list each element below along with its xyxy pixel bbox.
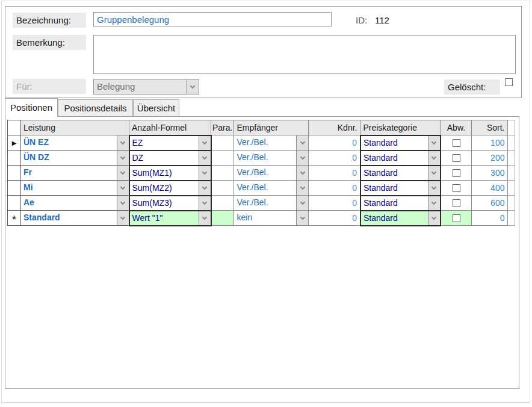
record-selector[interactable] (8, 196, 21, 211)
abw-checkbox[interactable] (453, 139, 460, 147)
empfaenger-cell[interactable]: Ver./Bel. (234, 151, 309, 166)
kdnr-cell[interactable]: 0 (309, 166, 360, 181)
formel-combo-button[interactable] (199, 166, 211, 180)
formel-cell[interactable]: EZ (129, 135, 211, 151)
abw-cell (441, 181, 472, 196)
sort-cell[interactable]: 400 (472, 181, 508, 196)
empfaenger-cell[interactable]: Ver./Bel. (234, 166, 309, 181)
para-cell[interactable] (211, 211, 234, 226)
formel-cell[interactable]: Sum(MZ3) (129, 196, 211, 211)
chevron-down-icon (431, 169, 436, 174)
chevron-down-icon (190, 83, 195, 88)
record-selector[interactable]: * (8, 211, 21, 226)
empfaenger-combo-button[interactable] (296, 166, 308, 180)
preiskategorie-cell[interactable]: Standard (360, 166, 441, 181)
chevron-down-icon (202, 139, 207, 144)
preiskategorie-cell[interactable]: Standard (360, 135, 441, 151)
preiskategorie-combo-button[interactable] (428, 196, 440, 210)
formel-combo-button[interactable] (199, 181, 211, 195)
preiskategorie-cell[interactable]: Standard (360, 151, 441, 166)
formel-combo-button[interactable] (199, 151, 211, 165)
para-cell[interactable] (211, 196, 234, 211)
sort-cell[interactable]: 300 (472, 166, 508, 181)
formel-cell[interactable]: Sum(MZ2) (129, 181, 211, 196)
record-selector[interactable] (8, 181, 21, 196)
preiskategorie-combo-button[interactable] (428, 136, 440, 150)
formel-cell[interactable]: DZ (129, 151, 211, 166)
empfaenger-combo-button[interactable] (296, 196, 308, 210)
preiskategorie-combo-button[interactable] (428, 166, 440, 180)
preiskategorie-cell[interactable]: Standard (360, 211, 441, 226)
formel-combo-button[interactable] (199, 211, 211, 225)
abw-checkbox[interactable] (453, 199, 460, 207)
fuer-dropdown-button[interactable] (186, 79, 199, 94)
abw-checkbox[interactable] (453, 214, 460, 222)
leistung-combo-button[interactable] (117, 151, 129, 165)
leistung-combo-button[interactable] (117, 135, 129, 150)
kdnr-cell[interactable]: 0 (309, 211, 360, 226)
empfaenger-combo-button[interactable] (296, 211, 308, 225)
leistung-cell[interactable]: Ae (21, 196, 129, 211)
tab-positionen[interactable]: Positionen (5, 98, 58, 117)
chevron-down-icon (300, 184, 305, 189)
geloescht-checkbox[interactable] (505, 78, 513, 86)
abw-checkbox[interactable] (453, 169, 460, 177)
para-cell[interactable] (211, 135, 234, 151)
leistung-value: Mi (21, 181, 117, 195)
sort-cell[interactable]: 200 (472, 151, 508, 166)
chevron-down-icon (431, 154, 436, 159)
formel-combo-button[interactable] (199, 136, 211, 150)
leistung-cell[interactable]: Fr (21, 166, 129, 181)
para-cell[interactable] (211, 166, 234, 181)
empfaenger-cell[interactable]: Ver./Bel. (234, 181, 309, 196)
leistung-combo-button[interactable] (117, 166, 129, 180)
kdnr-cell[interactable]: 0 (309, 181, 360, 196)
bezeichnung-input[interactable] (93, 12, 332, 26)
chevron-down-icon (431, 214, 436, 219)
kdnr-cell[interactable]: 0 (309, 135, 360, 151)
abw-cell (441, 196, 472, 211)
preiskategorie-cell[interactable]: Standard (360, 181, 441, 196)
record-selector[interactable] (8, 166, 21, 181)
leistung-cell[interactable]: ÜN DZ (21, 151, 129, 166)
record-selector[interactable] (8, 151, 21, 166)
preiskategorie-combo-button[interactable] (428, 181, 440, 195)
leistung-combo-button[interactable] (117, 181, 129, 195)
spacer-cell (508, 166, 515, 181)
empfaenger-cell[interactable]: Ver./Bel. (234, 135, 309, 151)
leistung-cell[interactable]: Standard (21, 211, 129, 226)
abw-checkbox[interactable] (453, 184, 460, 192)
leistung-combo-button[interactable] (117, 211, 129, 225)
preiskategorie-combo-button[interactable] (428, 211, 440, 225)
tab-positionsdetails[interactable]: Positionsdetails (58, 99, 133, 117)
record-selector[interactable]: ▶ (8, 135, 21, 151)
abw-checkbox[interactable] (453, 154, 460, 162)
sort-cell[interactable]: 0 (472, 211, 508, 226)
preiskategorie-cell[interactable]: Standard (360, 196, 441, 211)
fuer-label: Für: (13, 79, 86, 94)
empfaenger-combo-button[interactable] (296, 151, 308, 165)
formel-cell[interactable]: Wert "1" (129, 211, 211, 226)
leistung-cell[interactable]: ÜN EZ (21, 135, 129, 151)
formel-combo-button[interactable] (199, 196, 211, 210)
leistung-cell[interactable]: Mi (21, 181, 129, 196)
empfaenger-combo-button[interactable] (296, 135, 308, 150)
para-cell[interactable] (211, 151, 234, 166)
formel-cell[interactable]: Sum(MZ1) (129, 166, 211, 181)
sort-cell[interactable]: 600 (472, 196, 508, 211)
kdnr-cell[interactable]: 0 (309, 196, 360, 211)
leistung-combo-button[interactable] (117, 196, 129, 210)
sort-cell[interactable]: 100 (472, 135, 508, 151)
fuer-combobox[interactable]: Belegung (93, 79, 199, 95)
empfaenger-cell[interactable]: kein (234, 211, 309, 226)
preiskategorie-combo-button[interactable] (428, 151, 440, 165)
table-row: Mi Sum(MZ2) Ver./Bel. 0 Standard 400 (8, 181, 515, 196)
empfaenger-combo-button[interactable] (296, 181, 308, 195)
para-cell[interactable] (211, 181, 234, 196)
chevron-down-icon (120, 214, 125, 219)
bemerkung-textarea[interactable] (93, 35, 516, 74)
preiskategorie-value: Standard (361, 211, 428, 225)
kdnr-cell[interactable]: 0 (309, 151, 360, 166)
empfaenger-cell[interactable]: Ver./Bel. (234, 196, 309, 211)
tab-uebersicht[interactable]: Übersicht (133, 99, 179, 117)
